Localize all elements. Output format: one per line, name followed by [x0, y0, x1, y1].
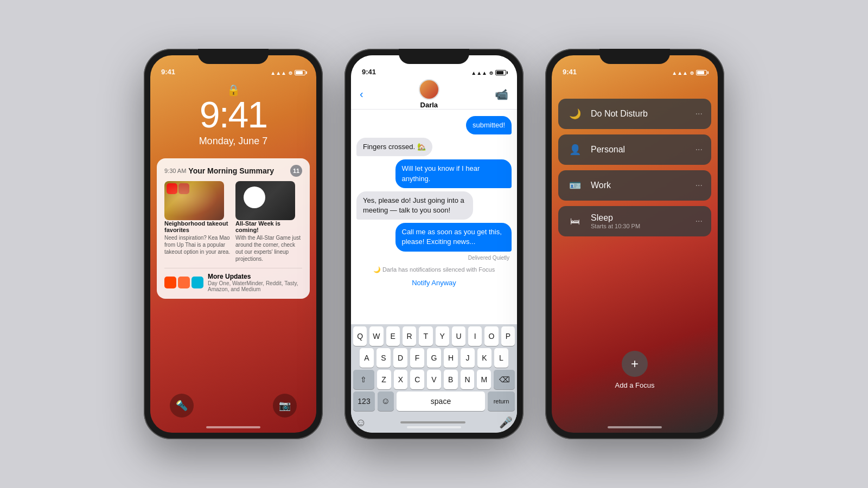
- key-T[interactable]: T: [419, 326, 432, 346]
- lock-date: Monday, June 7: [150, 136, 316, 147]
- notif-baseball-image: [235, 181, 295, 220]
- key-A[interactable]: A: [360, 348, 374, 368]
- focus-item-sleep[interactable]: 🛏 Sleep Starts at 10:30 PM ···: [558, 206, 711, 236]
- lock-bottom-buttons: 🔦 📷: [150, 394, 316, 418]
- notif-more-desc: Day One, WaterMinder, Reddit, Tasty, Ama…: [208, 280, 302, 292]
- focus-work-label: Work: [591, 181, 688, 190]
- key-B[interactable]: B: [444, 370, 458, 389]
- key-Z[interactable]: Z: [377, 370, 391, 389]
- keyboard: Q W E R T Y U I O P A S D F G H: [351, 324, 517, 433]
- focus-sleep-sublabel: Starts at 10:30 PM: [591, 223, 688, 229]
- key-J[interactable]: J: [461, 348, 475, 368]
- messages-header: ‹ Darla 📹: [351, 79, 517, 110]
- battery-icon-2: [495, 70, 506, 75]
- focus-item-personal[interactable]: 👤 Personal ···: [558, 134, 711, 165]
- key-Q[interactable]: Q: [353, 326, 367, 346]
- contact-name: Darla: [420, 101, 438, 109]
- home-indicator-kb: [400, 421, 465, 423]
- focus-item-dnd[interactable]: 🌙 Do Not Disturb ···: [558, 99, 711, 129]
- signal-icon-1: ▲▲▲: [270, 70, 286, 76]
- focus-dnd-more-icon[interactable]: ···: [695, 109, 703, 119]
- person-icon: 👤: [567, 142, 583, 158]
- key-shift[interactable]: ⇧: [353, 370, 374, 389]
- wifi-icon-2: ⌾: [489, 69, 493, 76]
- phone-3: 9:41 ▲▲▲ ⌾ 🌙 Do Not Disturb ··· 👤: [545, 49, 724, 439]
- contact-avatar[interactable]: [419, 79, 439, 100]
- message-bubble-sent-1: submitted!: [466, 116, 512, 134]
- notif-baseball-desc: With the All-Star Game just around the c…: [235, 234, 302, 262]
- key-L[interactable]: L: [494, 348, 508, 368]
- home-indicator-1[interactable]: [206, 426, 260, 428]
- key-V[interactable]: V: [427, 370, 441, 389]
- message-status: Delivered Quietly: [356, 255, 512, 261]
- focus-notice: 🌙 Darla has notifications silenced with …: [356, 264, 512, 275]
- notch-3: [599, 49, 670, 64]
- message-bubble-sent-2: Will let you know if I hear anything.: [395, 159, 512, 188]
- notif-time: 9:30 AM: [164, 168, 186, 174]
- key-C[interactable]: C: [410, 370, 424, 389]
- home-indicator-3[interactable]: [608, 426, 662, 428]
- key-I[interactable]: I: [468, 326, 482, 346]
- focus-work-more-icon[interactable]: ···: [695, 181, 703, 190]
- message-bubble-received-2: Yes, please do! Just going into a meetin…: [356, 191, 473, 220]
- battery-icon-3: [696, 70, 707, 75]
- briefcase-icon: 🪪: [567, 177, 583, 194]
- add-focus-button[interactable]: +: [622, 351, 648, 377]
- key-N[interactable]: N: [461, 370, 475, 389]
- add-focus-section: + Add a Focus: [552, 351, 718, 389]
- message-bubble-sent-3: Call me as soon as you get this, please!…: [395, 223, 512, 251]
- camera-button[interactable]: 📷: [273, 394, 297, 418]
- focus-item-work[interactable]: 🪪 Work ···: [558, 170, 711, 201]
- keyboard-row-4: 123 ☺ space return: [351, 389, 517, 411]
- key-D[interactable]: D: [393, 348, 407, 368]
- flashlight-button[interactable]: 🔦: [170, 394, 194, 418]
- key-Y[interactable]: Y: [436, 326, 449, 346]
- key-return[interactable]: return: [488, 391, 515, 411]
- focus-personal-more-icon[interactable]: ···: [695, 145, 703, 155]
- notif-images: Neighborhood takeout favorites Need insp…: [164, 181, 302, 262]
- battery-icon-1: [295, 70, 305, 75]
- key-K[interactable]: K: [477, 348, 492, 368]
- focus-list: 🌙 Do Not Disturb ··· 👤 Personal ··· 🪪 Wo…: [558, 99, 711, 236]
- back-button[interactable]: ‹: [360, 88, 363, 100]
- notif-more-title: More Updates: [208, 273, 302, 280]
- message-bubble-received-1: Fingers crossed. 🏡: [356, 138, 432, 156]
- key-123[interactable]: 123: [353, 391, 375, 411]
- notif-more: More Updates Day One, WaterMinder, Reddi…: [164, 268, 302, 292]
- key-emoji[interactable]: ☺: [378, 391, 394, 411]
- keyboard-bottom: ☺ 🎤: [351, 411, 517, 433]
- key-F[interactable]: F: [410, 348, 424, 368]
- key-S[interactable]: S: [376, 348, 391, 368]
- key-backspace[interactable]: ⌫: [494, 370, 515, 389]
- key-E[interactable]: E: [386, 326, 400, 346]
- emoji-kb-icon[interactable]: ☺: [355, 416, 366, 429]
- keyboard-row-3: ⇧ Z X C V B N M ⌫: [351, 368, 517, 389]
- key-O[interactable]: O: [484, 326, 498, 346]
- phone-1: 9:41 ▲▲▲ ⌾ 🔒 9:41 Monday, June 7 9:30 AM…: [144, 49, 323, 439]
- keyboard-row-1: Q W E R T Y U I O P: [351, 324, 517, 346]
- bed-icon: 🛏: [567, 213, 583, 229]
- key-X[interactable]: X: [394, 370, 408, 389]
- focus-dnd-label: Do Not Disturb: [591, 109, 688, 119]
- dictation-kb-icon[interactable]: 🎤: [499, 416, 513, 429]
- notch-2: [399, 49, 469, 64]
- notification-card: 9:30 AM Your Morning Summary 11 Neigh: [157, 158, 310, 299]
- key-P[interactable]: P: [501, 326, 515, 346]
- notify-anyway-button[interactable]: Notify Anyway: [356, 279, 512, 287]
- focus-sleep-more-icon[interactable]: ···: [695, 216, 703, 226]
- moon-icon: 🌙: [567, 106, 583, 122]
- key-U[interactable]: U: [452, 326, 465, 346]
- status-time-3: 9:41: [563, 68, 577, 76]
- key-M[interactable]: M: [477, 370, 491, 389]
- video-call-button[interactable]: 📹: [495, 88, 508, 101]
- add-focus-label: Add a Focus: [615, 381, 655, 389]
- key-H[interactable]: H: [444, 348, 458, 368]
- notif-food-title: Neighborhood takeout favorites: [164, 220, 231, 233]
- key-W[interactable]: W: [369, 326, 383, 346]
- messages-body: submitted! Fingers crossed. 🏡 Will let y…: [351, 110, 517, 313]
- home-indicator-2[interactable]: [407, 426, 461, 428]
- key-G[interactable]: G: [427, 348, 441, 368]
- key-space[interactable]: space: [397, 391, 485, 411]
- key-R[interactable]: R: [403, 326, 416, 346]
- signal-icon-3: ▲▲▲: [672, 70, 688, 76]
